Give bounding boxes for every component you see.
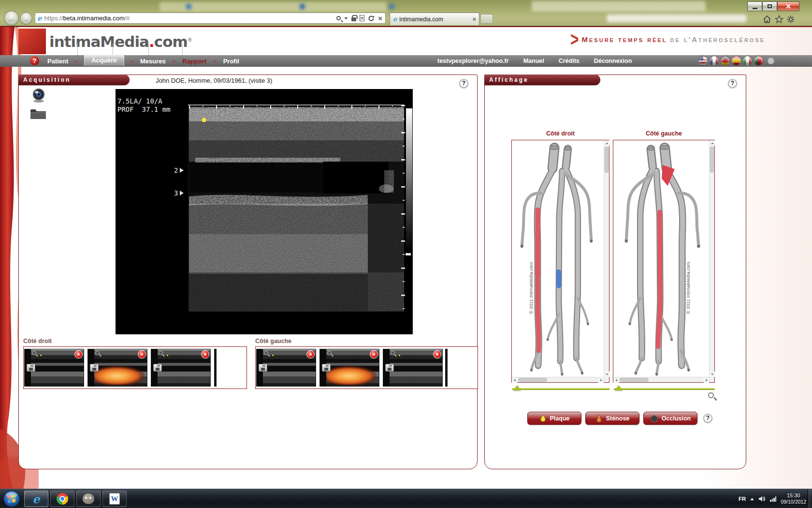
start-button[interactable]: [3, 490, 20, 508]
url-dropdown-icon[interactable]: [344, 17, 348, 19]
tray-expand-icon[interactable]: [750, 498, 754, 500]
save-disk-icon[interactable]: [90, 364, 99, 372]
taskbar-clock[interactable]: 15:30 09/10/2012: [781, 493, 806, 505]
window-restore-button[interactable]: [762, 1, 777, 11]
acquisition-help-icon[interactable]: ?: [459, 79, 468, 88]
vertical-scrollbar[interactable]: [604, 140, 609, 382]
delete-thumbnail-icon[interactable]: ×: [201, 350, 209, 359]
nav-separator-dot: •: [214, 58, 216, 65]
ultrasound-thumbnail[interactable]: ×: [24, 349, 84, 387]
ultrasound-thumbnail-doppler[interactable]: ×: [319, 349, 379, 387]
browser-url-bar[interactable]: e https://beta.intimamedia.com/# ×: [35, 13, 386, 24]
nav-item-patient[interactable]: Patient: [46, 58, 69, 65]
ultrasound-thumbnail[interactable]: ×: [256, 349, 316, 387]
ultrasound-thumbnail-doppler[interactable]: ×: [87, 349, 147, 387]
scroll-down-icon[interactable]: [604, 372, 609, 377]
language-flag-es[interactable]: [731, 56, 741, 66]
legend-occlusion-button[interactable]: Occlusion: [643, 412, 697, 425]
scrollbar-thumb[interactable]: [518, 378, 547, 382]
camera-icon[interactable]: [30, 88, 47, 103]
diagram-slider-right[interactable]: [512, 385, 609, 392]
occlusion-icon: [650, 415, 658, 422]
language-flag-fr[interactable]: [709, 56, 719, 66]
compatibility-view-icon[interactable]: [360, 15, 364, 21]
scroll-up-icon[interactable]: [710, 140, 715, 146]
scroll-left-icon[interactable]: [512, 377, 517, 383]
nav-item-mesures[interactable]: Mesures: [139, 58, 167, 65]
ultrasound-image[interactable]: 7.5LA/ 10/A PROF 37.1 mm 2 3: [116, 89, 413, 334]
legend-stenose-button[interactable]: Sténose: [585, 412, 639, 425]
delete-thumbnail-icon[interactable]: ×: [370, 350, 378, 359]
folder-icon[interactable]: [29, 107, 47, 120]
window-close-button[interactable]: ✕: [777, 1, 799, 11]
vascular-diagram-left[interactable]: © 2011 IntimaMedia.com: [613, 140, 715, 383]
nav-item-rapport[interactable]: Rapport: [181, 58, 207, 65]
site-logo[interactable]: intimaMedia.com®: [49, 33, 192, 50]
nav-help-icon[interactable]: ?: [30, 56, 39, 65]
search-icon[interactable]: [336, 16, 341, 20]
nav-link-credits[interactable]: Crédits: [559, 58, 580, 64]
new-tab-button[interactable]: [480, 14, 493, 24]
nav-separator-dot: •: [75, 58, 78, 65]
window-minimize-button[interactable]: [747, 1, 762, 11]
browser-back-button[interactable]: ←: [4, 11, 19, 26]
horizontal-scrollbar[interactable]: [512, 377, 604, 382]
save-disk-icon[interactable]: [153, 364, 162, 372]
taskbar-word-icon[interactable]: W: [102, 491, 127, 507]
horizontal-scrollbar[interactable]: [613, 377, 709, 382]
tab-close-icon[interactable]: ×: [472, 15, 476, 23]
background-window-blur: [160, 2, 387, 12]
nav-link-deconnexion[interactable]: Déconnexion: [594, 58, 632, 64]
language-flag-us[interactable]: [698, 56, 708, 66]
save-disk-icon[interactable]: [322, 364, 331, 372]
show-desktop-button[interactable]: [808, 489, 812, 508]
refresh-icon[interactable]: [368, 15, 375, 22]
scroll-right-icon[interactable]: [704, 377, 709, 383]
save-disk-icon[interactable]: [385, 364, 394, 372]
language-indicator[interactable]: FR: [739, 496, 746, 502]
affichage-help-icon[interactable]: ?: [728, 79, 737, 88]
home-icon[interactable]: [763, 15, 771, 24]
favorites-star-icon[interactable]: [775, 15, 783, 24]
delete-thumbnail-icon[interactable]: ×: [138, 350, 146, 359]
slider-handle-icon[interactable]: [513, 385, 521, 390]
network-icon[interactable]: [770, 496, 776, 502]
delete-thumbnail-icon[interactable]: ×: [74, 350, 83, 359]
taskbar-ie-icon[interactable]: e: [24, 491, 48, 507]
browser-tab[interactable]: e intimamedia.com ×: [390, 13, 479, 25]
nav-item-acquerir[interactable]: Acquérir: [84, 55, 124, 66]
vertical-scrollbar[interactable]: [709, 140, 714, 382]
browser-forward-button[interactable]: →: [20, 12, 32, 25]
language-flag-de[interactable]: [720, 56, 730, 66]
vascular-diagram-right[interactable]: © 2011 IntimaMedia.com: [511, 140, 609, 383]
diagram-slider-left[interactable]: [614, 385, 715, 392]
scroll-right-icon[interactable]: [598, 377, 604, 383]
stop-icon[interactable]: ×: [378, 16, 382, 21]
ultrasound-thumbnail[interactable]: ×: [151, 349, 211, 387]
scroll-down-icon[interactable]: [710, 372, 715, 377]
grayscale-bar: [406, 108, 412, 252]
nav-link-manuel[interactable]: Manuel: [523, 58, 544, 64]
save-disk-icon[interactable]: [259, 364, 267, 372]
save-disk-icon[interactable]: [27, 364, 35, 372]
scrollbar-thumb[interactable]: [620, 378, 649, 382]
settings-gear-icon[interactable]: [786, 15, 795, 24]
legend-help-icon[interactable]: ?: [703, 414, 712, 423]
volume-icon[interactable]: [758, 495, 766, 502]
language-flag-pt[interactable]: [754, 56, 764, 66]
slider-handle-icon[interactable]: [615, 385, 623, 390]
language-flag-it[interactable]: [742, 56, 753, 66]
scrollbar-thumb[interactable]: [710, 147, 714, 173]
scroll-up-icon[interactable]: [604, 140, 609, 146]
nav-item-profil[interactable]: Profil: [222, 58, 240, 65]
scrollbar-thumb[interactable]: [605, 147, 609, 173]
ultrasound-thumbnail[interactable]: ×: [383, 349, 443, 387]
delete-thumbnail-icon[interactable]: ×: [433, 350, 441, 359]
taskbar-chrome-icon[interactable]: [50, 491, 74, 507]
legend-plaque-button[interactable]: Plaque: [527, 412, 581, 425]
magnifier-mini-icon: [159, 351, 163, 355]
taskbar-gimp-icon[interactable]: [76, 491, 101, 507]
zoom-magnifier-icon[interactable]: [708, 392, 714, 398]
scroll-left-icon[interactable]: [613, 377, 619, 383]
delete-thumbnail-icon[interactable]: ×: [306, 350, 315, 359]
